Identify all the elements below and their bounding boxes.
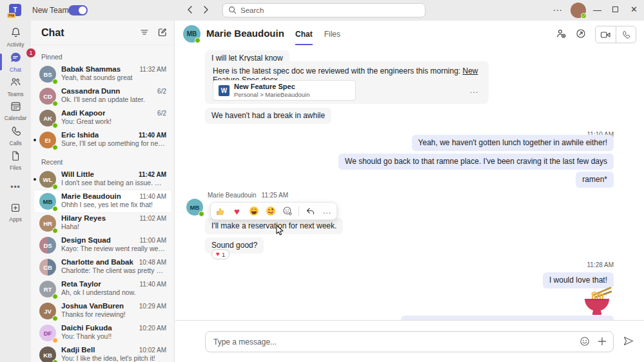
chat-row-will-little[interactable]: WL Will Little11:42 AM I don't see that … bbox=[34, 168, 171, 190]
selected-indicator bbox=[0, 54, 2, 70]
message-avatar: MB bbox=[186, 199, 203, 216]
reply-icon[interactable] bbox=[305, 206, 316, 217]
presence-available-icon bbox=[52, 145, 58, 150]
laugh-reaction[interactable] bbox=[248, 206, 259, 217]
tab-chat[interactable]: Chat bbox=[295, 30, 313, 45]
unread-dot bbox=[34, 178, 36, 181]
message-more-button[interactable]: ... bbox=[322, 206, 333, 217]
chat-row-reta-taylor[interactable]: RT Reta Taylor11:40 AM Ah, ok I understa… bbox=[34, 278, 171, 300]
heart-icon: ♥ bbox=[216, 251, 220, 257]
presence-available-icon bbox=[52, 123, 58, 128]
chat-row-babak-shammas[interactable]: BS Babak Shammas11:32 AM Yeah, that soun… bbox=[34, 63, 171, 85]
maximize-button[interactable] bbox=[612, 6, 618, 12]
file-card[interactable]: W New Feature Spec Personal > MarieBeaud… bbox=[213, 80, 356, 101]
close-button[interactable]: ✕ bbox=[630, 5, 638, 14]
reaction-count: 1 bbox=[222, 251, 225, 258]
rail-item-activity[interactable]: Activity bbox=[0, 27, 31, 48]
rail-item-files[interactable]: Files bbox=[0, 150, 31, 171]
titlebar: T PM New Teams Search ... — ✕ bbox=[0, 0, 644, 21]
rail-item-teams[interactable]: Teams bbox=[0, 76, 31, 97]
more-apps-icon: ••• bbox=[10, 183, 21, 192]
thumbs-up-reaction[interactable] bbox=[215, 206, 226, 217]
rail-item-apps[interactable]: Apps bbox=[0, 203, 31, 223]
chat-row-design-squad[interactable]: DS Design Squad11:00 AM Kayo: The review… bbox=[34, 234, 171, 256]
presence-available-icon bbox=[199, 211, 204, 217]
chat-row-kadji-bell[interactable]: KB Kadji Bell10:02 AM You: I like the id… bbox=[34, 344, 171, 362]
chat-row-hilary-reyes[interactable]: HR Hilary Reyes11:02 AM Haha! bbox=[34, 212, 171, 234]
rail-item-chat[interactable]: 1 Chat bbox=[0, 52, 31, 73]
pm-badge: PM bbox=[7, 13, 15, 18]
video-call-button[interactable] bbox=[596, 26, 616, 43]
search-icon bbox=[228, 6, 237, 15]
chat-row-daichi-fukuda[interactable]: DF Daichi Fukuda10:20 AM You: Thank you!… bbox=[34, 322, 171, 344]
attach-plus-icon[interactable] bbox=[598, 337, 607, 348]
heart-reaction-pill[interactable]: ♥ 1 bbox=[211, 249, 229, 259]
unread-dot bbox=[34, 139, 36, 141]
emoji-picker-icon[interactable] bbox=[580, 336, 590, 349]
rail-item-calls[interactable]: Calls bbox=[0, 126, 31, 146]
call-button-group bbox=[595, 26, 636, 43]
composer-area bbox=[175, 321, 644, 362]
chat-row-cassandra-dunn[interactable]: CD Cassandra Dunn6/2 Ok. I'll send an up… bbox=[34, 85, 171, 107]
new-chat-icon[interactable] bbox=[158, 28, 167, 39]
chat-row-eric-ishida[interactable]: EI Eric Ishida11:40 AM Sure, I'll set up… bbox=[34, 129, 171, 151]
filter-icon[interactable] bbox=[140, 28, 149, 39]
chat-row-joshua-vanburen[interactable]: JV Joshua VanBuren10:29 AM Thanks for re… bbox=[34, 300, 171, 322]
message-bubble: ramen* bbox=[576, 172, 614, 188]
conversation-title: Marie Beaudouin bbox=[206, 28, 284, 39]
more-reactions-icon[interactable] bbox=[282, 206, 293, 217]
calendar-icon bbox=[10, 103, 21, 114]
word-file-icon: W bbox=[219, 85, 229, 96]
presence-available-icon bbox=[52, 294, 58, 299]
presence-available-icon bbox=[52, 101, 58, 106]
app-rail: Activity 1 Chat Teams Calendar Calls Fil… bbox=[0, 21, 31, 362]
apps-icon bbox=[10, 204, 21, 215]
presence-available-icon bbox=[52, 79, 58, 85]
chat-list-panel: Chat Pinned BS Babak Shammas11:32 AM Yea… bbox=[31, 21, 175, 362]
heart-reaction[interactable]: ♥ bbox=[231, 206, 242, 217]
file-more-button[interactable]: ... bbox=[470, 86, 478, 95]
new-teams-toggle[interactable] bbox=[68, 5, 88, 15]
message-bubble-with-file: Here is the latest spec doc we reviewed … bbox=[205, 61, 489, 104]
user-avatar[interactable] bbox=[571, 3, 586, 18]
chat-icon bbox=[10, 54, 21, 65]
message-bubble: We haven't had a break in awhile bbox=[205, 108, 331, 124]
avatar-group: CB bbox=[39, 259, 56, 276]
chat-row-charlotte-and-babak[interactable]: CB Charlotte and Babak10:48 AM Charlotte… bbox=[34, 256, 171, 278]
ramen-emoji bbox=[582, 285, 612, 319]
presence-available-icon bbox=[581, 13, 587, 19]
message-timestamp: 11:28 AM bbox=[587, 261, 614, 268]
rail-item-calendar[interactable]: Calendar bbox=[0, 101, 31, 121]
presence-available-icon bbox=[52, 316, 58, 321]
presence-available-icon bbox=[52, 359, 58, 362]
forward-button[interactable] bbox=[201, 5, 210, 15]
tab-files[interactable]: Files bbox=[324, 30, 340, 45]
toolbar-divider bbox=[298, 206, 299, 216]
message-input[interactable] bbox=[213, 332, 536, 352]
search-input[interactable]: Search bbox=[222, 3, 425, 17]
message-bubble-hovered: I'll make a reservation for next week. bbox=[205, 218, 343, 234]
avatar-group: DS bbox=[39, 237, 56, 254]
message-bubble: We should go back to that ramne place. I… bbox=[338, 154, 614, 170]
popout-chat-icon[interactable] bbox=[576, 28, 586, 41]
titlebar-more-button[interactable]: ... bbox=[553, 3, 563, 13]
message-input-box[interactable] bbox=[205, 331, 614, 352]
new-teams-label: New Teams bbox=[32, 6, 72, 15]
toggle-knob bbox=[79, 6, 86, 14]
zany-face-reaction[interactable] bbox=[265, 206, 276, 217]
back-button[interactable] bbox=[186, 5, 195, 15]
search-placeholder: Search bbox=[240, 6, 264, 14]
conversation-header: MB Marie Beaudouin Chat Files bbox=[175, 21, 644, 46]
file-icon bbox=[10, 152, 21, 163]
audio-call-button[interactable] bbox=[616, 26, 636, 43]
chat-row-aadi-kapoor[interactable]: AK Aadi Kapoor6/2 You: Great work! bbox=[34, 107, 171, 129]
add-people-icon[interactable] bbox=[556, 28, 567, 41]
message-sender-label: Marie Beaudouin11:25 AM bbox=[208, 192, 288, 199]
send-button[interactable] bbox=[623, 336, 634, 349]
presence-available-icon bbox=[52, 184, 58, 190]
chat-list-title: Chat bbox=[41, 27, 64, 39]
chat-row-marie-beaudouin[interactable]: MB Marie Beaudouin11:40 AM Ohhh I see, y… bbox=[34, 190, 171, 212]
minimize-button[interactable]: — bbox=[593, 5, 601, 15]
section-label-pinned: Pinned bbox=[41, 53, 63, 61]
rail-item-more[interactable]: ••• bbox=[0, 181, 31, 192]
